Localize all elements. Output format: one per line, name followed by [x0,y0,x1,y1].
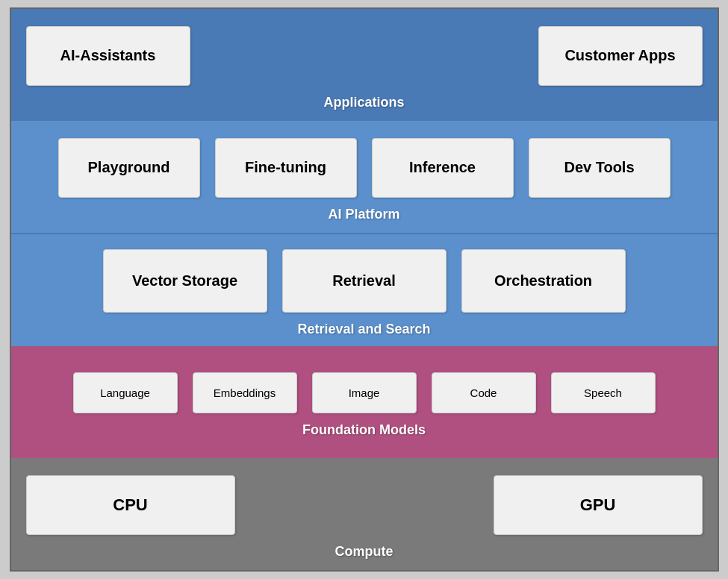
foundation-boxes: Language Embeddings Image Code Speech [26,372,703,413]
vector-storage-label: Vector Storage [132,272,237,290]
box-ai-assistants: AI-Assistants [26,26,190,86]
architecture-diagram: AI-Assistants Customer Apps Applications… [10,7,719,572]
ai-assistants-label: AI-Assistants [60,47,156,64]
cpu-label: CPU [113,495,147,515]
gpu-label: GPU [580,495,616,515]
applications-layer-label: Applications [323,95,404,110]
applications-boxes: AI-Assistants Customer Apps [26,26,703,86]
speech-label: Speech [584,386,622,399]
box-embeddings: Embeddings [193,372,297,413]
box-fine-tuning: Fine-tuning [215,138,357,198]
ai-platform-boxes: Playground Fine-tuning Inference Dev Too… [26,138,703,198]
embeddings-label: Embeddings [214,386,276,399]
box-speech: Speech [551,372,656,413]
ai-platform-layer-label: AI Platform [328,207,399,222]
box-language: Language [73,372,178,413]
box-image: Image [312,372,417,413]
layer-foundation: Language Embeddings Image Code Speech Fo… [11,346,718,458]
image-label: Image [349,386,380,399]
layer-compute: CPU GPU Compute [11,458,718,570]
box-retrieval: Retrieval [282,249,447,313]
box-gpu: GPU [494,475,703,535]
code-label: Code [470,386,497,399]
fine-tuning-label: Fine-tuning [245,159,326,176]
box-customer-apps: Customer Apps [538,26,703,86]
box-code: Code [432,372,536,413]
layer-applications: AI-Assistants Customer Apps Applications [11,9,718,121]
compute-layer-label: Compute [335,544,393,560]
orchestration-label: Orchestration [494,272,592,290]
foundation-layer-label: Foundation Models [302,422,426,438]
retrieval-boxes: Vector Storage Retrieval Orchestration [26,249,703,313]
box-orchestration: Orchestration [461,249,626,313]
box-dev-tools: Dev Tools [529,138,671,198]
layer-retrieval: Vector Storage Retrieval Orchestration R… [11,233,718,346]
layer-ai-platform: Playground Fine-tuning Inference Dev Too… [11,121,718,233]
compute-boxes: CPU GPU [26,475,703,535]
box-inference: Inference [372,138,514,198]
dev-tools-label: Dev Tools [564,159,634,176]
playground-label: Playground [87,159,169,176]
box-cpu: CPU [26,475,235,535]
inference-label: Inference [409,159,476,176]
box-playground: Playground [58,138,200,198]
retrieval-layer-label: Retrieval and Search [297,322,430,337]
box-vector-storage: Vector Storage [103,249,267,313]
retrieval-label: Retrieval [332,272,396,290]
customer-apps-label: Customer Apps [564,47,675,64]
language-label: Language [100,386,150,399]
